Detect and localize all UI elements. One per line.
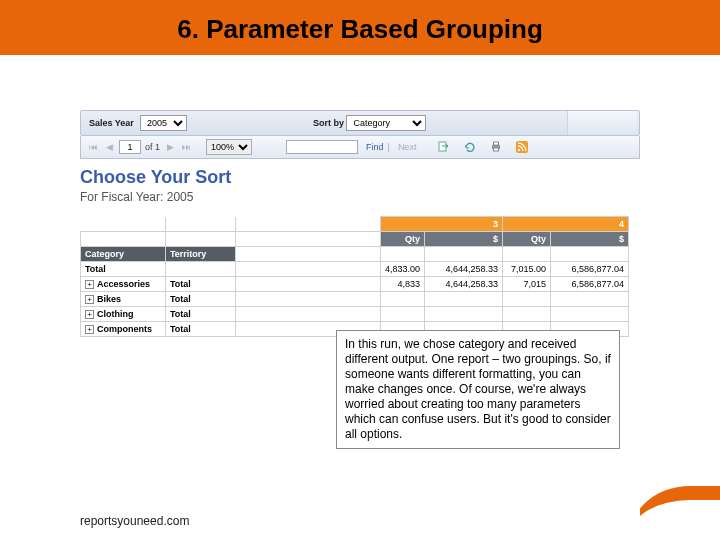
category-header: Category <box>81 247 166 262</box>
view-report-button[interactable] <box>567 111 637 135</box>
slide-content: Sales Year 2005 Sort by Category ⏮ ◀ of … <box>0 60 720 337</box>
total-qty-4: 7,015.00 <box>503 262 551 277</box>
zoom-select[interactable]: 100% <box>206 139 252 155</box>
total-qty-3: 4,833.00 <box>381 262 425 277</box>
svg-rect-2 <box>494 142 499 145</box>
metric-amt-4: $ <box>551 232 629 247</box>
period-col-4: 4 <box>503 217 629 232</box>
find-button[interactable]: Find <box>366 142 384 152</box>
sort-by-select[interactable]: Category <box>346 115 426 131</box>
grand-total-row: Total 4,833.00 4,644,258.33 7,015.00 6,5… <box>81 262 629 277</box>
expand-icon[interactable]: + <box>85 295 94 304</box>
category-header-row: Category Territory <box>81 247 629 262</box>
table-row: +Clothing Total <box>81 307 629 322</box>
last-page-button[interactable]: ⏭ <box>180 141 192 153</box>
territory-header: Territory <box>166 247 236 262</box>
table-row: +Accessories Total 4,833 4,644,258.33 7,… <box>81 277 629 292</box>
sales-year-select[interactable]: 2005 <box>140 115 187 131</box>
expand-icon[interactable]: + <box>85 325 94 334</box>
metric-header-row: Qty $ Qty $ <box>81 232 629 247</box>
period-col-3: 3 <box>381 217 503 232</box>
page-number-input[interactable] <box>119 140 141 154</box>
annotation-callout: In this run, we chose category and recei… <box>336 330 620 449</box>
metric-qty-4: Qty <box>503 232 551 247</box>
svg-rect-3 <box>494 148 499 151</box>
slide-title: 6. Parameter Based Grouping <box>0 14 720 45</box>
total-amt-4: 6,586,877.04 <box>551 262 629 277</box>
page-of-label: of 1 <box>145 142 160 152</box>
report-toolbar: ⏮ ◀ of 1 ▶ ⏭ 100% Find | Next <box>80 136 640 159</box>
report-parameter-bar: Sales Year 2005 Sort by Category <box>80 110 640 136</box>
callout-text: In this run, we chose category and recei… <box>345 337 611 441</box>
sort-by-label: Sort by <box>313 118 344 128</box>
table-row: +Bikes Total <box>81 292 629 307</box>
toolbar-icons <box>438 141 528 153</box>
report-subheading: For Fiscal Year: 2005 <box>80 190 640 204</box>
sort-by-group: Sort by Category <box>313 115 427 131</box>
sales-year-label: Sales Year <box>89 118 134 128</box>
prev-page-button[interactable]: ◀ <box>103 141 115 153</box>
total-label: Total <box>81 262 166 277</box>
next-page-button[interactable]: ▶ <box>164 141 176 153</box>
first-page-button[interactable]: ⏮ <box>87 141 99 153</box>
report-body: Choose Your Sort For Fiscal Year: 2005 3… <box>80 167 640 337</box>
find-input[interactable] <box>286 140 358 154</box>
svg-point-5 <box>518 149 520 151</box>
refresh-icon[interactable] <box>464 141 476 153</box>
period-header-row: 3 4 <box>81 217 629 232</box>
export-icon[interactable] <box>438 141 450 153</box>
footer-url: reportsyouneed.com <box>80 514 189 528</box>
report-heading: Choose Your Sort <box>80 167 640 188</box>
svg-rect-4 <box>516 141 528 153</box>
decorative-swoosh <box>640 480 720 540</box>
total-amt-3: 4,644,258.33 <box>425 262 503 277</box>
feed-icon[interactable] <box>516 141 528 153</box>
find-next-button[interactable]: Next <box>398 142 417 152</box>
metric-qty-3: Qty <box>381 232 425 247</box>
expand-icon[interactable]: + <box>85 310 94 319</box>
metric-amt-3: $ <box>425 232 503 247</box>
print-icon[interactable] <box>490 141 502 153</box>
report-table: 3 4 Qty $ Qty $ Category Territory Total <box>80 216 629 337</box>
slide-title-bar: 6. Parameter Based Grouping <box>0 0 720 60</box>
expand-icon[interactable]: + <box>85 280 94 289</box>
